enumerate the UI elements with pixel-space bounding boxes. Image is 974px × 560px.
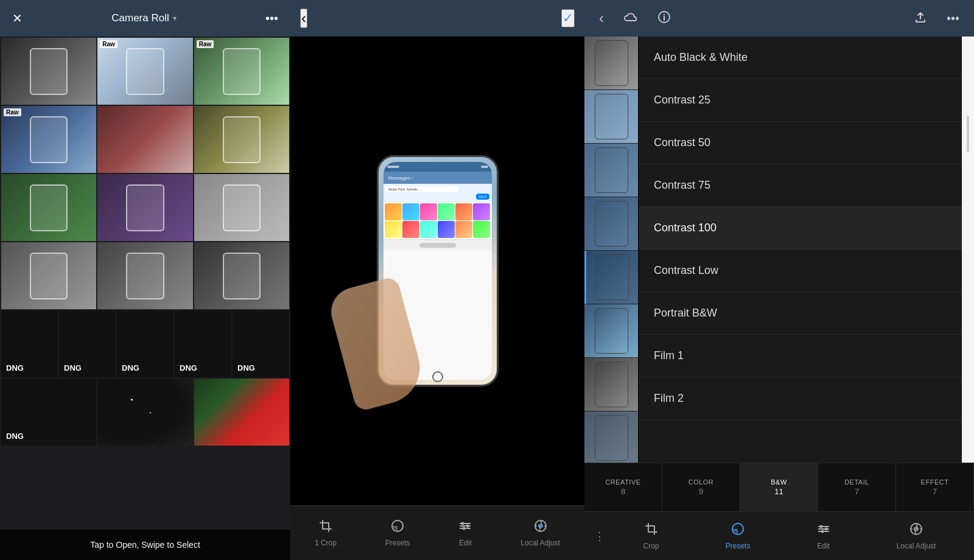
gallery-row: Raw — [1, 106, 289, 173]
preset-thumb-auto-bw[interactable] — [584, 37, 638, 90]
tab-detail[interactable]: DETAIL 7 — [818, 463, 896, 511]
crop-tool-button[interactable]: 1 Crop — [305, 514, 346, 552]
edit-tool-label: Edit — [459, 539, 472, 547]
more-options-button[interactable]: ••• — [942, 9, 964, 28]
presets-main: Auto Black & White Contrast 25 Contrast … — [584, 37, 974, 463]
dng-badge: DNG — [180, 363, 197, 373]
gallery-cell[interactable] — [194, 379, 289, 446]
gallery-row: DNG DNG DNG DNG DNG — [1, 310, 289, 377]
upload-button[interactable] — [909, 8, 932, 29]
gallery-cell[interactable] — [97, 379, 192, 446]
preset-label: Auto Black & White — [654, 51, 748, 64]
tab-color[interactable]: COLOR 9 — [662, 463, 740, 511]
presets-tool-button[interactable]: Presets — [376, 514, 420, 552]
app-header: Messages › — [384, 172, 492, 184]
phone-sim — [126, 48, 164, 95]
gallery-cell[interactable]: DNG — [59, 310, 116, 377]
gallery-cell[interactable] — [97, 174, 192, 241]
gallery-cell[interactable]: DNG — [117, 310, 173, 377]
dots-icon: ⋮ — [594, 530, 605, 543]
dng-badge: DNG — [122, 363, 139, 373]
presets-tool-button[interactable]: Presets — [716, 517, 760, 555]
gallery-cell[interactable]: DNG — [233, 310, 289, 377]
local-adjust-tool-button[interactable]: Local Adjust — [887, 517, 946, 555]
phone-sim — [30, 184, 68, 231]
svg-point-6 — [463, 527, 466, 530]
gallery-cell[interactable] — [1, 174, 96, 241]
gallery-cell[interactable]: DNG — [1, 379, 96, 446]
preset-thumb-contrast-100[interactable] — [584, 251, 638, 304]
category-tabs: CREATIVE 8 COLOR 9 B&W 11 DETAIL 7 EFFEC… — [584, 463, 974, 511]
preset-item-contrast-75[interactable]: Contrast 75 — [639, 164, 962, 207]
tab-detail-label: DETAIL — [844, 478, 869, 486]
edit-tool-button[interactable]: Edit — [449, 514, 482, 552]
preset-item-contrast-low[interactable]: Contrast Low — [639, 250, 962, 292]
close-button[interactable]: ✕ — [10, 9, 25, 28]
back-button[interactable]: ‹ — [300, 9, 307, 28]
gallery-cell[interactable] — [194, 242, 289, 309]
tab-creative[interactable]: CREATIVE 8 — [584, 463, 662, 511]
gallery-cell[interactable] — [194, 106, 289, 173]
svg-point-18 — [824, 527, 827, 530]
tab-effect-label: EFFECT — [921, 478, 949, 486]
preset-thumb-contrast-50[interactable] — [584, 144, 638, 197]
status-bar — [384, 162, 492, 172]
gallery-cell[interactable] — [97, 106, 192, 173]
toolbar-dots[interactable]: ⋮ — [589, 530, 610, 543]
presets-panel: ‹ ••• — [584, 0, 974, 560]
back-button[interactable]: ‹ — [594, 7, 609, 29]
toolbar-tools: Crop Presets — [610, 517, 969, 555]
gallery-cell[interactable]: Raw — [1, 106, 96, 173]
preset-item-auto-bw[interactable]: Auto Black & White — [639, 37, 962, 79]
preset-thumb-contrast-75[interactable] — [584, 197, 638, 251]
gallery-cell[interactable]: DNG — [175, 310, 231, 377]
gallery-cell[interactable]: Raw — [194, 38, 289, 105]
phone-sim — [30, 253, 68, 299]
preset-thumb-film-1[interactable] — [584, 411, 638, 463]
keyboard-area — [384, 239, 492, 250]
cloud-button[interactable] — [618, 9, 643, 29]
crop-tool-label: 1 Crop — [315, 539, 337, 547]
dng-badge: DNG — [64, 363, 82, 373]
gallery-cell[interactable] — [1, 38, 96, 105]
phone-sim — [223, 116, 261, 163]
edit-header: ‹ ✓ — [290, 0, 584, 37]
svg-point-12 — [664, 14, 665, 15]
dng-badge: DNG — [6, 363, 24, 373]
gallery-cell[interactable] — [97, 242, 192, 309]
gallery-cell[interactable] — [194, 174, 289, 241]
presets-toolbar: ⋮ Crop Presets — [584, 511, 974, 560]
edit-tool-label: Edit — [817, 542, 830, 550]
gallery-cell[interactable]: Raw — [97, 38, 192, 105]
confirm-button[interactable]: ✓ — [561, 9, 575, 27]
tab-bw[interactable]: B&W 11 — [740, 463, 818, 511]
chevron-down-icon: ▾ — [173, 14, 177, 23]
preset-label: Contrast 50 — [654, 136, 710, 149]
preset-item-film-1[interactable]: Film 1 — [639, 335, 962, 377]
info-button[interactable] — [653, 8, 676, 29]
tab-effect[interactable]: EFFECT 7 — [896, 463, 974, 511]
camera-roll-panel: ✕ Camera Roll ▾ ••• Raw Raw Raw — [0, 0, 290, 560]
gallery-cell[interactable] — [1, 242, 96, 309]
svg-point-5 — [466, 524, 469, 527]
preset-item-portrait-bw[interactable]: Portrait B&W — [639, 292, 962, 335]
phone-sim — [126, 184, 164, 231]
crop-tool-button[interactable]: Crop — [634, 517, 669, 555]
preset-item-contrast-25[interactable]: Contrast 25 — [639, 79, 962, 122]
preset-item-film-2[interactable]: Film 2 — [639, 377, 962, 420]
crop-icon — [645, 522, 658, 539]
checkmark-icon: ✓ — [562, 10, 573, 26]
scrollbar-area — [962, 37, 974, 463]
gallery-cell[interactable]: DNG — [1, 310, 58, 377]
edit-tool-button[interactable]: Edit — [807, 517, 840, 555]
preset-label: Portrait B&W — [654, 307, 717, 320]
local-adjust-tool-button[interactable]: Local Adjust — [511, 514, 570, 552]
gallery-row — [1, 242, 289, 309]
preset-thumb-contrast-low[interactable] — [584, 304, 638, 358]
preset-item-contrast-100[interactable]: Contrast 100 — [639, 207, 962, 250]
more-options-button[interactable]: ••• — [263, 9, 281, 28]
preset-thumb-contrast-25[interactable] — [584, 90, 638, 144]
presets-icon — [731, 522, 745, 539]
preset-item-contrast-50[interactable]: Contrast 50 — [639, 122, 962, 164]
preset-thumb-portrait-bw[interactable] — [584, 358, 638, 411]
